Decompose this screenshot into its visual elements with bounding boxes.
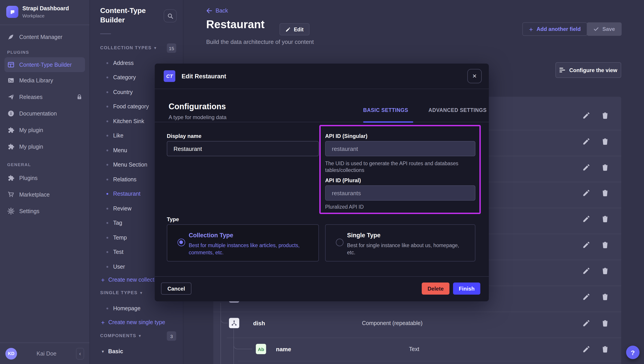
back-link[interactable]: Back (206, 8, 228, 14)
chevron-down-icon: ▼ (154, 46, 158, 50)
edit-field-button[interactable] (582, 345, 590, 353)
sidebar-item-my-plugin-1[interactable]: My plugin (0, 122, 90, 138)
tab-basic-settings[interactable]: BASIC SETTINGS (363, 107, 408, 113)
delete-field-button[interactable] (601, 241, 609, 249)
collection-item-user[interactable]: User (106, 264, 125, 270)
sidebar-item-content-manager[interactable]: Content Manager (0, 29, 90, 45)
collection-types-count: 15 (167, 43, 176, 53)
sidebar-item-plugins[interactable]: Plugins (0, 170, 90, 186)
edit-field-button[interactable] (582, 215, 590, 223)
pencil-icon (582, 267, 590, 275)
collection-item-category[interactable]: Category (106, 74, 136, 81)
delete-field-button[interactable] (601, 319, 609, 327)
row-actions (582, 319, 609, 327)
delete-field-button[interactable] (601, 345, 609, 353)
edit-restaurant-modal: CT Edit Restaurant × Configurations A ty… (155, 64, 489, 301)
collection-types-header[interactable]: COLLECTION TYPES▼ (100, 45, 158, 50)
close-button[interactable]: × (467, 69, 482, 83)
edit-button[interactable]: Edit (280, 23, 309, 35)
collection-item-address[interactable]: Address (106, 60, 134, 66)
edit-field-button[interactable] (582, 241, 590, 249)
sidebar-item-marketplace[interactable]: Marketplace (0, 186, 90, 203)
collection-item-menu-section[interactable]: Menu Section (106, 162, 147, 168)
workspace-switcher[interactable]: Strapi Dashboard Workplace (0, 0, 90, 25)
collection-item-like[interactable]: Like (106, 132, 124, 139)
tab-advanced-settings[interactable]: ADVANCED SETTINGS (428, 107, 486, 113)
collection-item-menu[interactable]: Menu (106, 147, 127, 153)
delete-field-button[interactable] (601, 189, 609, 197)
components-header[interactable]: COMPONENTS▼ (100, 333, 142, 338)
row-actions (582, 241, 609, 249)
chevron-down-icon: ▼ (101, 349, 105, 353)
api-id-singular-input[interactable]: restaurant (325, 141, 476, 156)
gear-icon (7, 207, 15, 215)
single-type-desc: Best for single instance like about us, … (347, 242, 469, 256)
finish-button[interactable]: Finish (453, 283, 480, 295)
sidebar-item-my-plugin-2[interactable]: My plugin (0, 138, 90, 155)
cancel-button[interactable]: Cancel (161, 283, 192, 295)
sidebar-item-content-type-builder[interactable]: Content-Type Builder (4, 57, 85, 72)
row-divider (227, 337, 621, 338)
single-item-homepage[interactable]: Homepage (106, 305, 140, 312)
create-single-type-link[interactable]: +Create new single type (101, 319, 165, 325)
delete-field-button[interactable] (601, 111, 609, 120)
display-name-input[interactable]: Restaurant (167, 141, 319, 156)
sidebar-item-label: Content-Type Builder (19, 62, 72, 68)
single-types-header[interactable]: SINGLE TYPES▼ (100, 290, 143, 295)
check-icon (594, 27, 599, 32)
single-type-card[interactable]: Single Type Best for single instance lik… (325, 224, 476, 261)
collection-item-review[interactable]: Review (106, 206, 132, 212)
edit-field-button[interactable] (582, 137, 590, 145)
text-field-icon: Ab (256, 344, 266, 354)
search-button[interactable] (164, 10, 177, 22)
add-another-field-button[interactable]: + Add another field (522, 22, 588, 36)
delete-field-button[interactable] (601, 163, 609, 171)
collection-item-relations[interactable]: Relations (106, 176, 136, 183)
row-divider (238, 361, 621, 361)
sidebar-item-settings[interactable]: Settings (0, 203, 90, 219)
radio-unselected-icon[interactable] (336, 239, 344, 246)
component-icon (231, 320, 238, 326)
collection-type-card[interactable]: Collection Type Best for multiple instan… (167, 224, 319, 261)
collection-item-kitchen-sink[interactable]: Kitchen Sink (106, 118, 144, 124)
row-actions (582, 163, 609, 171)
collection-item-restaurant[interactable]: Restaurant (106, 191, 140, 197)
delete-field-button[interactable] (601, 215, 609, 223)
configure-the-view-button[interactable]: Configure the view (556, 62, 621, 78)
lock-icon (76, 94, 82, 100)
api-id-singular-help: The UID is used to generate the API rout… (325, 160, 473, 174)
sidebar-item-media-library[interactable]: Media Library (0, 72, 90, 89)
collection-item-food-category[interactable]: Food category (106, 103, 149, 110)
edit-field-button[interactable] (582, 319, 590, 327)
collection-item-tag[interactable]: Tag (106, 220, 122, 226)
collection-item-country[interactable]: Country (106, 89, 133, 95)
delete-button[interactable]: Delete (422, 283, 450, 295)
help-button[interactable]: ? (626, 346, 640, 359)
edit-field-button[interactable] (582, 267, 590, 275)
media-icon (7, 77, 15, 84)
cart-icon (7, 191, 15, 198)
collection-item-test[interactable]: Test (106, 249, 124, 255)
delete-field-button[interactable] (601, 267, 609, 275)
sidebar-collapse-button[interactable]: ‹ (76, 348, 84, 359)
sidebar-item-documentation[interactable]: Documentation (0, 105, 90, 122)
edit-field-button[interactable] (582, 189, 590, 197)
modal-title: Edit Restaurant (182, 73, 226, 79)
sidebar-item-releases[interactable]: Releases (0, 89, 90, 105)
chevron-down-icon: ▼ (138, 334, 142, 338)
delete-field-button[interactable] (601, 293, 609, 301)
avatar[interactable]: KD (5, 348, 17, 359)
api-id-plural-input[interactable]: restaurants (325, 185, 476, 201)
pencil-icon (582, 319, 590, 327)
edit-field-button[interactable] (582, 293, 590, 301)
paper-plane-icon (7, 93, 15, 101)
trash-icon (601, 241, 609, 249)
edit-field-button[interactable] (582, 163, 590, 171)
delete-field-button[interactable] (601, 137, 609, 145)
row-actions (582, 189, 609, 197)
edit-field-button[interactable] (582, 111, 590, 120)
component-category-basic[interactable]: ▼Basic (101, 348, 123, 354)
radio-selected-icon[interactable] (178, 239, 185, 246)
save-button[interactable]: Save (587, 22, 622, 36)
collection-item-temp[interactable]: Temp (106, 235, 127, 241)
